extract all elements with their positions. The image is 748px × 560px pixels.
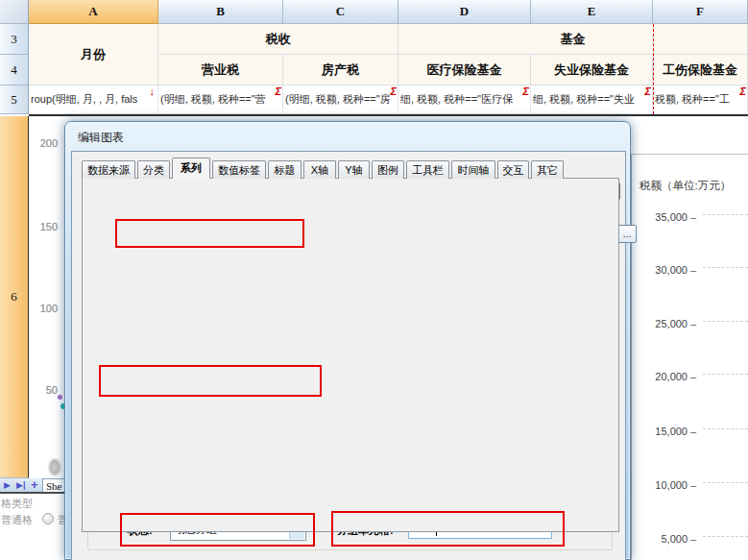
tick-mark: – — [688, 264, 696, 276]
cell-formula-d5[interactable]: 细, 税额, 税种=="医疗保 Σ — [398, 85, 531, 114]
y-axis-tick-row: 10,000 – — [634, 475, 696, 493]
tick-mark: – — [688, 318, 696, 329]
cell-formula-c5[interactable]: (明细, 税额, 税种=="房 Σ — [283, 85, 398, 114]
formula-text: (明细, 税额, 税种=="营 — [160, 93, 266, 105]
tick-mark: – — [688, 426, 696, 437]
gridline — [703, 428, 748, 429]
tab-interaction[interactable]: 交互 — [497, 160, 529, 179]
tab-time-axis[interactable]: 时间轴 — [451, 160, 495, 179]
row-header-3[interactable]: 3 — [0, 24, 29, 55]
y-axis-tick-row: 15,000 – — [634, 422, 696, 439]
gridline — [703, 482, 748, 483]
tick-label: 10,000 — [634, 479, 688, 491]
page-break-line — [653, 24, 654, 114]
left-axis-tick: 200 — [35, 137, 58, 149]
left-axis-tick: 100 — [35, 303, 58, 314]
select-all-corner[interactable] — [0, 0, 29, 24]
cell-fund[interactable]: 基金 — [398, 24, 748, 55]
left-axis-tick: 150 — [35, 221, 58, 232]
cell-formula-b5[interactable]: (明细, 税额, 税种=="营 Σ — [158, 85, 283, 114]
tick-label: 15,000 — [634, 426, 688, 437]
sum-icon: Σ — [276, 85, 282, 97]
tick-mark: – — [688, 211, 696, 223]
y-axis-tick-row: 20,000 – — [634, 367, 696, 384]
tab-toolbar[interactable]: 工具栏 — [406, 160, 449, 179]
series-tab-panel — [82, 178, 619, 532]
sum-icon: Σ — [391, 85, 398, 97]
y-axis-tick-row: 5,000 – — [634, 529, 696, 547]
formula-text: (明细, 税额, 税种=="房 — [285, 93, 391, 105]
left-axis-tick: 50 — [35, 384, 58, 396]
formula-text: 细, 税额, 税种=="医疗保 — [400, 93, 513, 105]
gridline — [703, 374, 748, 375]
tab-series[interactable]: 系列 — [172, 158, 210, 179]
cell-type-label: 格类型 — [1, 497, 33, 511]
row-header-4[interactable]: 4 — [0, 55, 29, 85]
row-header-6[interactable]: 6 — [0, 116, 29, 478]
cell-type-option-label: 普通格 — [1, 513, 33, 527]
tab-value-label[interactable]: 数值标签 — [212, 160, 266, 179]
sum-icon: Σ — [645, 85, 652, 97]
tick-mark: – — [688, 479, 696, 491]
formula-text: 细, 税额, 税种=="失业 — [533, 93, 635, 105]
cell-unemployment-fund[interactable]: 失业保险基金 — [531, 55, 653, 85]
cell-injury-fund[interactable]: 工伤保险基金 — [653, 55, 748, 85]
advanced-more-button[interactable]: ... — [617, 225, 637, 243]
cell-medical-fund[interactable]: 医疗保险基金 — [398, 55, 531, 85]
y-axis-title: 税额（单位:万元） — [639, 179, 731, 193]
edit-chart-dialog: 编辑图表 数据来源 分类 系列 数值标签 标题 X轴 Y轴 图例 工具栏 时间轴… — [64, 121, 631, 560]
tick-label: 20,000 — [634, 371, 688, 382]
tab-data-source[interactable]: 数据来源 — [82, 160, 135, 179]
tick-mark: – — [688, 533, 696, 545]
sum-icon: Σ — [523, 85, 530, 97]
tick-label: 25,000 — [634, 318, 688, 329]
sum-icon: Σ — [740, 85, 747, 97]
cell-formula-e5[interactable]: 细, 税额, 税种=="失业 Σ — [531, 85, 653, 114]
column-header-c[interactable]: C — [283, 0, 398, 24]
formula-text: 税额, 税种=="工 — [655, 93, 730, 105]
cell-month[interactable]: 月份 — [29, 24, 158, 85]
tab-x-axis[interactable]: X轴 — [303, 160, 336, 179]
tab-other[interactable]: 其它 — [531, 160, 564, 179]
tab-y-axis[interactable]: Y轴 — [338, 160, 370, 179]
sheet-last-icon[interactable]: ▶| — [16, 480, 25, 490]
gridline — [703, 214, 748, 215]
cell-type-radio[interactable] — [42, 513, 54, 524]
y-axis-tick-row: 35,000 – — [634, 207, 696, 225]
column-header-f[interactable]: F — [653, 0, 748, 24]
panel-divider — [0, 492, 71, 494]
column-header-b[interactable]: B — [158, 0, 283, 24]
cell-property-tax[interactable]: 房产税 — [283, 55, 398, 85]
group-arrow-icon: ↓ — [150, 85, 156, 97]
cell-formula-a5[interactable]: roup(明细, 月, , 月, fals ↓ — [29, 85, 158, 114]
row-header-5[interactable]: 5 — [0, 85, 29, 114]
cell-business-tax[interactable]: 营业税 — [158, 55, 283, 85]
cell-formula-f5[interactable]: 税额, 税种=="工 Σ — [653, 85, 748, 114]
y-axis-tick-row: 30,000 – — [634, 260, 696, 278]
tick-mark: – — [688, 371, 696, 382]
column-header-d[interactable]: D — [398, 0, 531, 24]
tick-label: 35,000 — [634, 211, 688, 223]
formula-text: roup(明细, 月, , 月, fals — [31, 93, 137, 105]
gridline — [703, 536, 748, 537]
tab-title[interactable]: 标题 — [268, 160, 302, 179]
app-window: A B C D E F 3 4 5 月份 税收 基金 营业税 房产税 医疗保险基… — [0, 0, 748, 560]
sheet-add-icon[interactable]: + — [31, 477, 38, 492]
chart-top-border — [631, 154, 748, 155]
chart-blob — [49, 459, 60, 475]
sheet-next-icon[interactable]: ▶ — [4, 480, 11, 490]
tick-label: 5,000 — [634, 533, 688, 545]
tick-label: 30,000 — [634, 264, 688, 276]
dialog-title: 编辑图表 — [78, 130, 124, 146]
tab-legend[interactable]: 图例 — [372, 160, 404, 179]
y-axis-tick-row: 25,000 – — [634, 314, 696, 331]
chart-dot-purple — [58, 395, 62, 400]
cell-tax[interactable]: 税收 — [158, 24, 398, 55]
gridline — [703, 267, 748, 268]
chart-cell-top-border — [29, 114, 748, 116]
chart-left-border — [631, 154, 632, 560]
column-header-a[interactable]: A — [29, 0, 158, 24]
gridline — [703, 321, 748, 322]
tab-category[interactable]: 分类 — [137, 160, 170, 179]
column-header-e[interactable]: E — [531, 0, 653, 24]
